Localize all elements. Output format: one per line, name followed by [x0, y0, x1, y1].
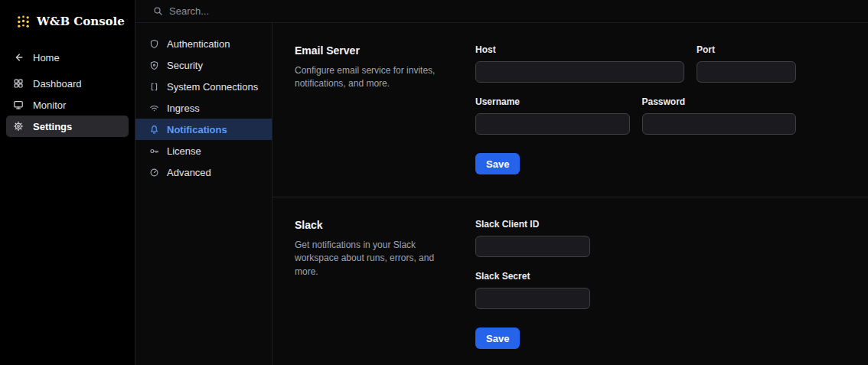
- main-nav: Home Dashboard Monitor: [0, 47, 135, 137]
- slack-secret-input[interactable]: [475, 288, 590, 309]
- settings-nav-label: Security: [167, 60, 203, 71]
- settings-nav-item-ingress[interactable]: Ingress: [135, 97, 272, 119]
- wandb-logo-icon: [17, 15, 30, 28]
- sidebar-item-dashboard[interactable]: Dashboard: [6, 73, 129, 94]
- host-label: Host: [475, 44, 684, 55]
- slack-client-id-label: Slack Client ID: [475, 219, 796, 230]
- password-field-group: Password: [642, 96, 797, 135]
- settings-nav-item-advanced[interactable]: Advanced: [135, 161, 272, 183]
- host-input[interactable]: [475, 61, 684, 83]
- port-field-group: Port: [697, 44, 796, 83]
- port-label: Port: [697, 44, 796, 55]
- sidebar-item-label: Settings: [33, 121, 72, 132]
- gauge-icon: [149, 168, 159, 178]
- host-field-group: Host: [475, 44, 684, 83]
- sidebar-item-label: Monitor: [33, 99, 66, 111]
- wifi-icon: [149, 103, 159, 113]
- section-description: Get notifications in your Slack workspac…: [295, 239, 449, 279]
- sidebar-item-settings[interactable]: Settings: [6, 116, 129, 137]
- slack-client-id-field-group: Slack Client ID: [475, 219, 796, 257]
- app-title: W&B Console: [37, 15, 125, 28]
- search-icon: [153, 6, 163, 16]
- section-title: Slack: [295, 219, 475, 231]
- slack-client-id-input[interactable]: [475, 236, 590, 257]
- arrow-left-icon: [13, 52, 24, 63]
- topbar: [135, 0, 868, 23]
- sidebar-item-home[interactable]: Home: [6, 47, 129, 68]
- username-input[interactable]: [475, 113, 630, 135]
- settings-nav-item-notifications[interactable]: Notifications: [135, 119, 272, 140]
- sidebar-item-label: Home: [33, 52, 60, 64]
- email-server-form: Host Port Username: [475, 44, 796, 174]
- bell-icon: [149, 125, 159, 135]
- wandb-console-app: W&B Console Home Dashboard: [0, 0, 868, 365]
- slack-save-button[interactable]: Save: [475, 328, 520, 349]
- slack-secret-field-group: Slack Secret: [475, 271, 796, 309]
- username-label: Username: [475, 96, 630, 107]
- email-server-section: Email Server Configure email service for…: [272, 23, 868, 197]
- brackets-icon: [149, 82, 159, 92]
- shield-icon: [149, 39, 159, 49]
- password-input[interactable]: [642, 113, 797, 135]
- slack-section: Slack Get notifications in your Slack wo…: [272, 197, 868, 365]
- search-input[interactable]: [169, 5, 399, 17]
- brand: W&B Console: [0, 0, 135, 47]
- sidebar-item-monitor[interactable]: Monitor: [6, 94, 129, 116]
- email-save-button[interactable]: Save: [475, 153, 520, 174]
- key-icon: [149, 146, 159, 156]
- settings-nav-label: Notifications: [167, 124, 227, 135]
- left-sidebar: W&B Console Home Dashboard: [0, 0, 135, 365]
- slack-secret-label: Slack Secret: [475, 271, 796, 282]
- port-input[interactable]: [697, 61, 796, 83]
- settings-nav-item-authentication[interactable]: Authentication: [135, 33, 272, 54]
- username-field-group: Username: [475, 96, 630, 135]
- gear-icon: [13, 121, 24, 132]
- settings-nav-label: Authentication: [167, 38, 230, 50]
- slack-form: Slack Client ID Slack Secret Save: [475, 219, 796, 349]
- settings-nav-item-security[interactable]: Security: [135, 54, 272, 76]
- section-description: Configure email service for invites, not…: [295, 64, 449, 91]
- sidebar-item-label: Dashboard: [33, 78, 82, 90]
- settings-nav-item-system-connections[interactable]: System Connections: [135, 76, 272, 97]
- settings-nav-label: System Connections: [167, 81, 258, 93]
- settings-nav-label: Ingress: [167, 103, 200, 114]
- settings-content: Email Server Configure email service for…: [272, 23, 868, 365]
- monitor-icon: [13, 99, 24, 110]
- slack-info: Slack Get notifications in your Slack wo…: [295, 219, 475, 349]
- settings-nav-item-license[interactable]: License: [135, 140, 272, 161]
- shield-icon: [149, 60, 159, 70]
- form-row: Host Port: [475, 44, 796, 83]
- settings-nav-label: License: [167, 145, 201, 157]
- email-server-info: Email Server Configure email service for…: [295, 44, 475, 174]
- settings-nav: Authentication Security: [135, 23, 272, 365]
- settings-nav-label: Advanced: [167, 167, 211, 178]
- form-row: Username Password: [475, 96, 796, 135]
- content-row: Authentication Security: [135, 23, 868, 365]
- grid-icon: [13, 78, 24, 89]
- main-area: Authentication Security: [135, 0, 868, 365]
- password-label: Password: [642, 96, 797, 107]
- section-title: Email Server: [295, 44, 475, 57]
